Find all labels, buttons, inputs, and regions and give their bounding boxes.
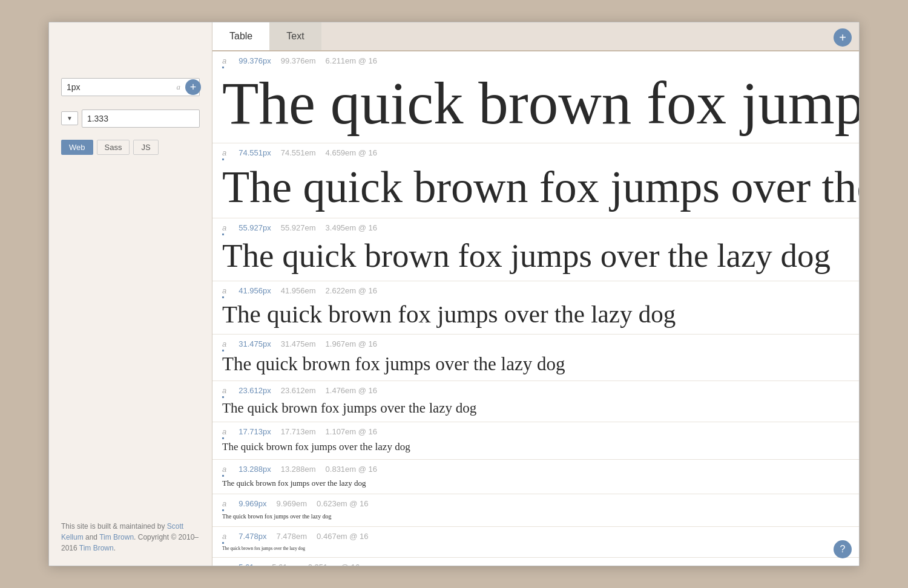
scale-bar: [222, 509, 224, 511]
footer-text: This site is built & maintained by: [61, 522, 167, 531]
scale-bar: [222, 67, 224, 68]
scale-px: 99.376px: [239, 56, 271, 65]
tab-table[interactable]: Table: [212, 22, 269, 50]
scale-bar: [222, 296, 224, 298]
scale-letter: a: [222, 148, 226, 157]
scale-at: 0.831em @ 16: [326, 465, 377, 474]
scale-at: 0.351em @ 16: [308, 563, 360, 566]
scale-text: The quick brown fox jumps over the l: [212, 162, 859, 215]
scale-meta: a 7.478px 7.478em 0.467em @ 16: [212, 532, 859, 541]
footer-and: and: [84, 533, 99, 541]
scale-px: 9.969px: [239, 499, 266, 508]
main-content: Table Text + a 99.376px 99.376em 6.211em…: [212, 22, 859, 566]
tabs-bar: Table Text: [212, 22, 859, 51]
scale-meta: a 9.969px 9.969em 0.623em @ 16: [212, 499, 859, 508]
scale-px: 7.478px: [239, 532, 266, 541]
scale-em: 31.475em: [281, 339, 316, 348]
scale-letter: a: [222, 532, 226, 541]
scale-text: The quick brown fox jumps o: [212, 70, 859, 140]
scale-row: a 9.969px 9.969em 0.623em @ 16 The quick…: [212, 494, 859, 527]
scale-em: 5.61em: [272, 563, 298, 566]
scale-row: a 17.713px 17.713em 1.107em @ 16 The qui…: [212, 422, 859, 460]
scale-at: 0.467em @ 16: [317, 532, 368, 541]
footer-author3-link[interactable]: Tim Brown: [79, 544, 114, 552]
scale-meta: a 13.288px 13.288em 0.831em @ 16: [212, 465, 859, 474]
scale-list: a 99.376px 99.376em 6.211em @ 16 The qui…: [212, 51, 859, 566]
scale-em: 41.956em: [281, 286, 316, 295]
footer-period: .: [114, 544, 116, 552]
scale-row: a 23.612px 23.612em 1.476em @ 16 The qui…: [212, 381, 859, 422]
scale-row: a 41.956px 41.956em 2.622em @ 16 The qui…: [212, 281, 859, 335]
scale-meta: a 23.612px 23.612em 1.476em @ 16: [212, 386, 859, 395]
scale-at: 4.659em @ 16: [326, 148, 377, 157]
scale-at: 6.211em @ 16: [326, 56, 377, 65]
footer-author2-link[interactable]: Tim Brown: [99, 533, 134, 541]
scale-em: 74.551em: [281, 148, 316, 157]
scale-bar: [222, 475, 224, 477]
scale-row: a 5.61px 5.61em 0.351em @ 16 The quick b…: [212, 558, 859, 566]
ratio-row: ▼: [61, 109, 200, 128]
scale-px: 23.612px: [239, 386, 271, 395]
scale-em: 7.478em: [277, 532, 308, 541]
scale-meta: a 74.551px 74.551em 4.659em @ 16: [212, 148, 859, 157]
scale-letter: a: [222, 339, 226, 348]
scale-at: 1.476em @ 16: [326, 386, 377, 395]
scale-letter: a: [222, 386, 226, 395]
scale-at: 0.623em @ 16: [317, 499, 368, 508]
scale-em: 23.612em: [281, 386, 316, 395]
scale-bar: [222, 437, 224, 439]
scale-bar: [222, 350, 224, 351]
scale-meta: a 5.61px 5.61em 0.351em @ 16: [212, 563, 859, 566]
scale-at: 1.967em @ 16: [326, 339, 377, 348]
sidebar-footer: This site is built & maintained by Scott…: [61, 521, 200, 554]
scale-em: 55.927em: [281, 223, 316, 232]
ratio-dropdown-button[interactable]: ▼: [61, 111, 78, 125]
chevron-down-icon: ▼: [67, 115, 73, 122]
tab-sass[interactable]: Sass: [97, 140, 130, 155]
ratio-input[interactable]: [82, 109, 200, 128]
scale-em: 13.288em: [281, 465, 316, 474]
scale-text: The quick brown fox jumps over the lazy …: [212, 353, 859, 378]
sidebar: a + ▼ Web Sass JS This site is built & m…: [49, 22, 212, 566]
scale-px: 74.551px: [239, 148, 271, 157]
scale-letter: a: [222, 465, 226, 474]
scale-letter: a: [222, 499, 226, 508]
scale-meta: a 99.376px 99.376em 6.211em @ 16: [212, 56, 859, 65]
add-bases-button[interactable]: +: [185, 79, 201, 95]
scale-row: a 31.475px 31.475em 1.967em @ 16 The qui…: [212, 335, 859, 381]
tab-text[interactable]: Text: [269, 22, 321, 50]
scale-row: a 13.288px 13.288em 0.831em @ 16 The qui…: [212, 460, 859, 494]
scale-letter: a: [222, 223, 226, 232]
format-tabs: Web Sass JS: [61, 140, 200, 155]
scale-text: The quick brown fox jumps over the lazy …: [212, 478, 859, 491]
scale-meta: a 41.956px 41.956em 2.622em @ 16: [212, 286, 859, 295]
scale-text: The quick brown fox jumps over the lazy …: [212, 440, 859, 457]
scale-row: a 55.927px 55.927em 3.495em @ 16 The qui…: [212, 218, 859, 281]
scale-px: 41.956px: [239, 286, 271, 295]
scale-text: The quick brown fox jumps over the lazy …: [212, 299, 859, 332]
scale-row: a 7.478px 7.478em 0.467em @ 16 The quick…: [212, 527, 859, 558]
scale-text: The quick brown fox jumps over the lazy …: [212, 512, 859, 524]
help-button[interactable]: ?: [834, 540, 852, 558]
tab-web[interactable]: Web: [61, 140, 93, 155]
scale-meta: a 31.475px 31.475em 1.967em @ 16: [212, 339, 859, 348]
scale-letter: a: [222, 427, 226, 436]
bases-input-row: a +: [61, 78, 200, 96]
scale-text: The quick brown fox jumps over the lazy …: [212, 237, 859, 278]
app-wrapper: a + ▼ Web Sass JS This site is built & m…: [48, 22, 860, 566]
scale-px: 5.61px: [239, 563, 262, 566]
scale-bar: [222, 234, 224, 235]
scale-letter: a: [222, 56, 226, 65]
scale-row: a 99.376px 99.376em 6.211em @ 16 The qui…: [212, 51, 859, 143]
scale-em: 99.376em: [281, 56, 316, 65]
scale-meta: a 55.927px 55.927em 3.495em @ 16: [212, 223, 859, 232]
scale-bar: [222, 542, 224, 544]
scale-em: 17.713em: [281, 427, 316, 436]
scale-text: The quick brown fox jumps over the lazy …: [212, 545, 859, 555]
scale-meta: a 17.713px 17.713em 1.107em @ 16: [212, 427, 859, 436]
scale-em: 9.969em: [277, 499, 308, 508]
scale-px: 55.927px: [239, 223, 271, 232]
bases-letter: a: [177, 82, 181, 92]
add-scale-button[interactable]: +: [834, 28, 852, 47]
tab-js[interactable]: JS: [133, 140, 158, 155]
